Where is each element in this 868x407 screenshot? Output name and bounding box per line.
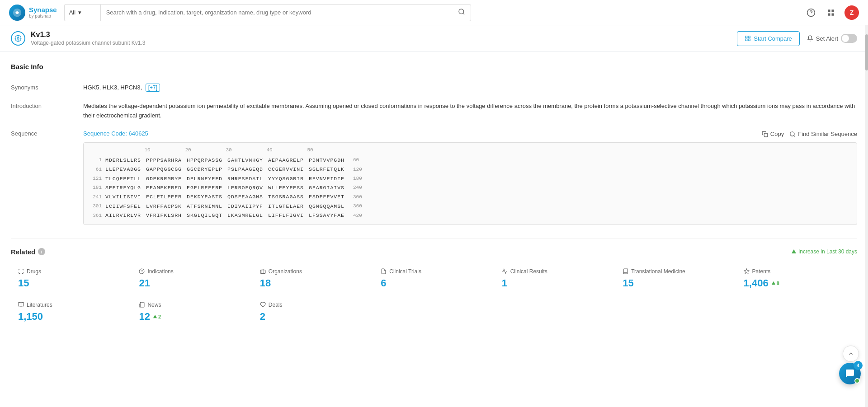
svg-rect-8 <box>828 13 830 15</box>
right-scrollbar[interactable] <box>865 25 868 407</box>
svg-rect-7 <box>832 9 834 12</box>
patents-count[interactable]: 1,406 8 <box>744 277 850 289</box>
chevron-down-icon: ▾ <box>78 9 81 16</box>
svg-rect-18 <box>745 39 747 41</box>
synonyms-row: Synonyms HGK5, HLK3, HPCN3, [+7] <box>11 83 857 93</box>
find-similar-sequence-button[interactable]: Find Similar Sequence <box>789 131 857 137</box>
logo-text: Synapse by patsnap <box>29 6 57 19</box>
sequence-header: Sequence Code: 640625 Copy Find Similar … <box>83 129 857 139</box>
related-info-icon[interactable]: i <box>38 248 45 255</box>
logo-icon <box>9 5 25 21</box>
seq-line-181: 181 SEEIRFYQLG EEAMEKFRED EGFLREEERP LPR… <box>87 184 853 192</box>
organizations-label[interactable]: Organizations <box>260 268 366 275</box>
svg-line-3 <box>463 13 464 14</box>
related-item-literatures: Literatures 1,150 <box>11 296 132 328</box>
news-label[interactable]: News <box>139 302 245 308</box>
alert-label: Set Alert <box>816 35 838 42</box>
seq-line-61: 61 LLEPEVADGG GAPPQGGCGG GGCDRYEPLP PSLP… <box>87 165 853 173</box>
indications-count[interactable]: 21 <box>139 277 245 289</box>
basic-info-title: Basic Info <box>11 63 857 74</box>
sequence-row: Sequence Sequence Code: 640625 Copy Find… <box>11 129 857 225</box>
scrollbar-thumb[interactable] <box>865 34 868 70</box>
synonyms-label: Synonyms <box>11 83 83 93</box>
copy-button[interactable]: Copy <box>762 131 784 137</box>
related-item-clinical-results: Clinical Results 1 <box>495 263 615 295</box>
alert-toggle[interactable] <box>841 34 857 43</box>
deals-count[interactable]: 2 <box>260 311 366 323</box>
seq-line-1: 1 MDERLSLLRS PPPPSARHRA HPPQRPASSG GAHTL… <box>87 156 853 164</box>
organizations-count[interactable]: 18 <box>260 277 366 289</box>
svg-marker-26 <box>744 269 749 273</box>
svg-rect-6 <box>828 9 830 12</box>
search-input-wrap <box>100 4 471 21</box>
translational-label[interactable]: Translational Medicine <box>623 268 729 275</box>
svg-rect-16 <box>745 36 747 38</box>
search-icon[interactable] <box>453 8 471 17</box>
svg-rect-17 <box>748 36 750 38</box>
related-item-patents: Patents 1,406 8 <box>736 263 857 295</box>
clinical-results-label[interactable]: Clinical Results <box>502 268 608 275</box>
deals-label[interactable]: Deals <box>260 302 366 308</box>
related-grid-row2: Literatures 1,150 News 12 2 <box>11 296 857 328</box>
introduction-row: Introduction Mediates the voltage-depend… <box>11 102 857 121</box>
seq-ruler: 1020304050 <box>87 146 853 154</box>
scroll-top-button[interactable] <box>843 346 859 362</box>
svg-point-2 <box>459 9 464 14</box>
clinical-results-count[interactable]: 1 <box>502 277 608 289</box>
sequence-box[interactable]: 1020304050 1 MDERLSLLRS PPPPSARHRA HPPQR… <box>83 142 857 225</box>
related-grid-row1: Drugs 15 Indications 21 Organizations 18 <box>11 263 857 295</box>
increase-badge: Increase in Last 30 days <box>791 248 857 255</box>
logo[interactable]: Synapse by patsnap <box>9 5 57 21</box>
svg-point-11 <box>17 37 19 39</box>
start-compare-button[interactable]: Start Compare <box>737 31 800 46</box>
related-header: Related i Increase in Last 30 days <box>11 248 857 256</box>
seq-actions: Copy Find Similar Sequence <box>762 131 857 137</box>
user-avatar[interactable]: Z <box>844 5 859 20</box>
app-header: Synapse by patsnap All ▾ Z <box>0 0 868 25</box>
related-item-news: News 12 2 <box>132 296 252 328</box>
help-icon[interactable] <box>805 6 817 19</box>
svg-rect-9 <box>832 13 834 15</box>
search-type-select[interactable]: All ▾ <box>64 4 100 21</box>
related-item-indications: Indications 21 <box>132 263 252 295</box>
grid-icon[interactable] <box>825 6 837 19</box>
online-status-dot <box>854 378 860 384</box>
seq-line-361: 361 AILRVIRLVR VFRIFKLSRH SKGLQILGQT LKA… <box>87 211 853 220</box>
indications-label[interactable]: Indications <box>139 268 245 275</box>
search-input[interactable] <box>101 9 453 16</box>
news-count[interactable]: 12 2 <box>139 311 245 323</box>
sequence-label: Sequence <box>11 129 83 225</box>
sub-header: Kv1.3 Voltage-gated potassium channel su… <box>0 25 868 52</box>
related-title: Related i <box>11 248 45 256</box>
chat-badge: 4 <box>854 361 863 370</box>
translational-count[interactable]: 15 <box>623 277 729 289</box>
drugs-count[interactable]: 15 <box>18 277 124 289</box>
chat-bubble: 4 <box>839 363 861 384</box>
search-area: All ▾ <box>64 4 471 21</box>
related-item-deals: Deals 2 <box>253 296 373 328</box>
patents-label[interactable]: Patents <box>744 268 850 275</box>
clinical-trials-label[interactable]: Clinical Trials <box>381 268 487 275</box>
related-section: Related i Increase in Last 30 days Drugs… <box>11 239 857 328</box>
toggle-knob <box>842 35 849 42</box>
seq-line-241: 241 VLVILISIVI FCLETLPEFR DEKDYPASTS QDS… <box>87 193 853 201</box>
literatures-label[interactable]: Literatures <box>18 302 124 308</box>
sequence-value: Sequence Code: 640625 Copy Find Similar … <box>83 129 857 225</box>
introduction-label: Introduction <box>11 102 83 121</box>
svg-rect-19 <box>748 39 750 41</box>
header-right: Z <box>805 5 859 20</box>
set-alert-button[interactable]: Set Alert <box>807 34 857 43</box>
synonyms-more-tag[interactable]: [+7] <box>146 84 160 92</box>
target-icon <box>11 31 25 46</box>
target-name-block: Kv1.3 Voltage-gated potassium channel su… <box>31 31 146 46</box>
related-item-organizations: Organizations 18 <box>253 263 373 295</box>
clinical-trials-count[interactable]: 6 <box>381 277 487 289</box>
sequence-code-link[interactable]: Sequence Code: 640625 <box>83 129 148 139</box>
drugs-label[interactable]: Drugs <box>18 268 124 275</box>
related-item-translational: Translational Medicine 15 <box>615 263 736 295</box>
literatures-count[interactable]: 1,150 <box>18 311 124 323</box>
main-content: Basic Info Synonyms HGK5, HLK3, HPCN3, [… <box>0 52 868 407</box>
target-info: Kv1.3 Voltage-gated potassium channel su… <box>11 31 146 46</box>
synonyms-value: HGK5, HLK3, HPCN3, [+7] <box>83 83 857 93</box>
svg-point-1 <box>16 11 19 14</box>
